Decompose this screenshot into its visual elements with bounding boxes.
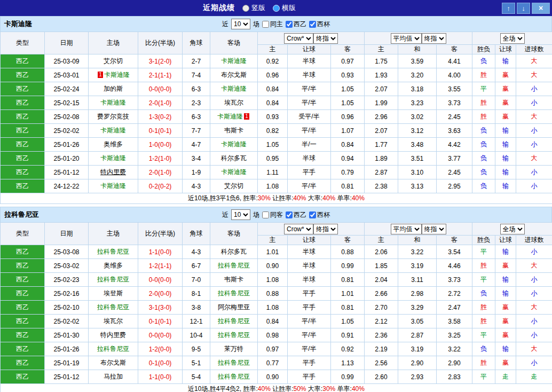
odds-company-select[interactable]: Crow* (284, 33, 313, 44)
result-wdl-cell: 胜 (472, 356, 495, 370)
away-team-link[interactable]: 拉科鲁尼亚 (218, 373, 250, 380)
cup-checkbox[interactable]: 西杯 (309, 20, 330, 29)
match-date: 25-02-15 (45, 96, 89, 110)
same-venue-checkbox-input[interactable] (262, 211, 269, 218)
corners-cell: 7-4 (183, 68, 210, 82)
match-count-select[interactable]: 10 (231, 209, 250, 220)
home-team-link[interactable]: 艾尔切 (104, 57, 123, 65)
score-cell: 1-1(0-0) (138, 370, 183, 384)
home-team-link[interactable]: 奥维多 (104, 262, 123, 269)
home-team-link[interactable]: 拉科鲁尼亚 (97, 303, 129, 311)
home-team-link[interactable]: 特内里费 (100, 331, 126, 339)
away-team-link[interactable]: 拉科鲁尼亚 (218, 262, 250, 269)
home-team-link[interactable]: 拉科鲁尼亚 (97, 345, 129, 352)
home-team-link[interactable]: 埃瓦尔 (104, 317, 123, 325)
away-team-link[interactable]: 卡斯迪隆 (221, 85, 247, 92)
league-checkbox-input[interactable] (286, 21, 293, 28)
layout-radio-vertical[interactable]: 竖版 (242, 3, 265, 13)
odds-away-cell: 0.84 (331, 138, 365, 152)
away-team-link[interactable]: 卡斯迪隆 (221, 168, 247, 176)
home-team-link[interactable]: 拉科鲁尼亚 (97, 276, 129, 283)
result-handicap-cell: 赢 (495, 356, 516, 370)
home-team-link[interactable]: 布尔戈斯 (100, 359, 126, 366)
scope-select[interactable]: 全场 (500, 224, 525, 234)
league-checkbox[interactable]: 西乙 (286, 210, 306, 219)
home-team-link[interactable]: 卡斯迪隆 (104, 71, 130, 79)
home-team-cell: 特内里费 (89, 328, 138, 342)
corners-cell: 8-1 (183, 287, 210, 301)
same-venue-checkbox[interactable]: 同主 (262, 20, 283, 29)
away-team-link[interactable]: 埃瓦尔 (224, 99, 243, 106)
layout-radio-horizontal[interactable]: 横版 (273, 3, 296, 13)
odds-stage-select[interactable]: 终指 (313, 33, 338, 44)
matches-table: 类型日期主场比分(半场)角球客场Crow*终指平均值终指全场主让球客主和客胜负让… (0, 32, 552, 204)
odds-company-select[interactable]: Crow* (284, 224, 313, 234)
match-date: 25-03-08 (45, 245, 89, 259)
league-checkbox[interactable]: 西乙 (286, 20, 306, 29)
cup-checkbox[interactable]: 西杯 (309, 210, 330, 219)
summary-record: 近10场,胜4平4负2, (188, 385, 241, 392)
section-header-bar: 卡斯迪隆近10场同主西乙西杯 (0, 16, 552, 32)
odds-home-cell: 0.90 (258, 259, 288, 273)
odds-home-cell: 0.95 (258, 152, 288, 166)
avg-away-cell: 2.47 (437, 301, 472, 315)
home-team-link[interactable]: 卡斯迪隆 (100, 182, 126, 190)
match-row: 西乙25-02-16埃登斯2-0(0-0)8-1拉科鲁尼亚0.88平手1.012… (1, 287, 552, 301)
scroll-up-button[interactable]: ↑ (502, 3, 515, 14)
odds-stage-select[interactable]: 终指 (313, 224, 338, 234)
match-row: 西乙25-01-26拉科鲁尼亚1-2(0-0)9-5莱万特0.97平/半0.92… (1, 342, 552, 356)
avg-stage-select[interactable]: 终指 (422, 33, 446, 44)
home-team-link[interactable]: 费罗尔竞技 (97, 113, 129, 120)
cup-checkbox-input[interactable] (309, 21, 316, 28)
odds-away-cell: 1.05 (331, 96, 365, 110)
away-team-cell: 艾尔切 (210, 179, 258, 193)
avg-company-select[interactable]: 平均值 (391, 33, 422, 44)
match-row: 西乙25-03-08拉科鲁尼亚1-1(0-0)4-3科尔多瓦1.01半球0.88… (1, 245, 552, 259)
home-team-link[interactable]: 马拉加 (104, 373, 123, 380)
away-team-link[interactable]: 韦斯卡 (224, 276, 243, 283)
column-subheader: 客 (437, 45, 472, 54)
home-team-link[interactable]: 卡斯迪隆 (100, 99, 126, 106)
avg-home-cell: 2.19 (365, 342, 398, 356)
away-team-link[interactable]: 韦斯卡 (224, 127, 243, 134)
away-team-link[interactable]: 莱万特 (224, 345, 243, 352)
home-team-link[interactable]: 加的斯 (104, 85, 123, 92)
avg-company-select[interactable]: 平均值 (391, 224, 422, 234)
away-team-link[interactable]: 阿尔梅里亚 (218, 303, 250, 311)
home-team-link[interactable]: 卡斯迪隆 (100, 127, 126, 134)
home-team-link[interactable]: 特内里费 (100, 168, 126, 176)
away-team-link[interactable]: 拉科鲁尼亚 (218, 331, 250, 339)
cup-checkbox-input[interactable] (309, 211, 316, 218)
avg-stage-select[interactable]: 终指 (422, 224, 446, 234)
away-team-link[interactable]: 拉科鲁尼亚 (218, 359, 250, 366)
league-checkbox-input[interactable] (286, 211, 293, 218)
away-team-cell: 卡斯迪隆1 (210, 110, 258, 124)
away-team-link[interactable]: 艾尔切 (224, 182, 243, 190)
avg-away-cell: 3.73 (437, 273, 472, 287)
home-team-link[interactable]: 拉科鲁尼亚 (97, 248, 129, 255)
match-count-select[interactable]: 10 (231, 19, 250, 29)
team-section: 卡斯迪隆近10场同主西乙西杯类型日期主场比分(半场)角球客场Crow*终指平均值… (0, 16, 552, 204)
away-team-link[interactable]: 卡斯迪隆 (221, 140, 247, 148)
same-venue-checkbox[interactable]: 同客 (262, 210, 283, 219)
near-label: 近 (222, 20, 228, 29)
home-team-link[interactable]: 埃登斯 (104, 289, 123, 297)
away-team-link[interactable]: 科尔多瓦 (221, 248, 247, 255)
result-header-group: 全场 (472, 32, 552, 45)
home-team-link[interactable]: 卡斯迪隆 (100, 154, 126, 162)
away-team-link[interactable]: 科尔多瓦 (221, 154, 247, 162)
result-handicap-cell: 输 (495, 138, 516, 152)
scroll-down-button[interactable]: ↓ (517, 3, 530, 14)
away-team-link[interactable]: 布尔戈斯 (221, 71, 247, 79)
result-wdl-cell: 负 (472, 54, 495, 68)
away-team-link[interactable]: 卡斯迪隆 (217, 113, 243, 120)
close-button[interactable]: × (532, 3, 550, 14)
handicap-cell: 半/一 (288, 138, 331, 152)
home-team-link[interactable]: 奥维多 (104, 140, 123, 148)
away-team-link[interactable]: 拉科鲁尼亚 (218, 289, 250, 297)
away-team-link[interactable]: 卡斯迪隆 (221, 57, 247, 65)
away-team-link[interactable]: 拉科鲁尼亚 (218, 317, 250, 325)
same-venue-checkbox-input[interactable] (262, 21, 269, 28)
radio-vertical-label: 竖版 (251, 3, 265, 13)
scope-select[interactable]: 全场 (500, 33, 525, 44)
